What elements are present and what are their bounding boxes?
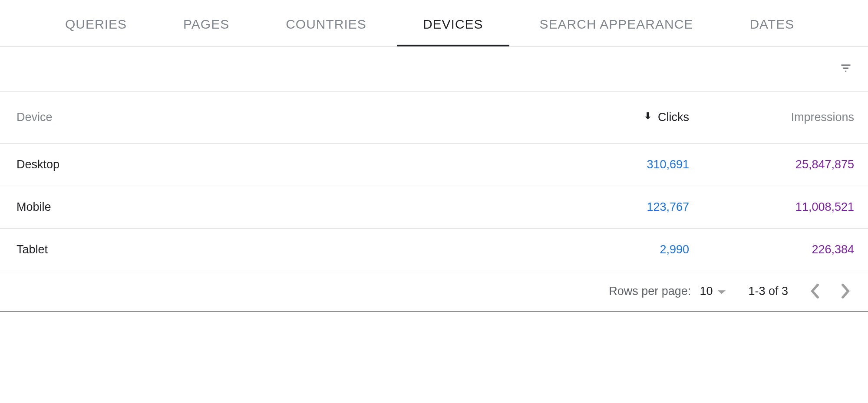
table-row[interactable]: Mobile123,76711,008,521 — [0, 186, 868, 229]
prev-page-button[interactable] — [810, 283, 819, 299]
cell-device: Desktop — [17, 158, 554, 171]
pagination-bar: Rows per page: 10 1-3 of 3 — [0, 271, 868, 311]
cell-clicks: 2,990 — [554, 243, 689, 256]
column-header-device[interactable]: Device — [17, 111, 554, 124]
cell-device: Mobile — [17, 200, 554, 214]
next-page-button[interactable] — [841, 283, 851, 299]
tab-countries[interactable]: COUNTRIES — [286, 17, 366, 46]
column-header-clicks-label: Clicks — [658, 111, 689, 124]
column-header-clicks[interactable]: Clicks — [554, 110, 689, 125]
column-header-impressions-label: Impressions — [791, 111, 854, 124]
dimension-tabs: QUERIES PAGES COUNTRIES DEVICES SEARCH A… — [0, 0, 868, 47]
filter-bar — [0, 47, 868, 92]
filter-icon[interactable] — [838, 62, 853, 76]
table-row[interactable]: Tablet2,990226,384 — [0, 229, 868, 271]
rows-per-page-label: Rows per page: — [609, 285, 691, 298]
cell-impressions: 11,008,521 — [689, 200, 854, 214]
table-row[interactable]: Desktop310,69125,847,875 — [0, 144, 868, 186]
column-header-device-label: Device — [17, 111, 53, 124]
rows-per-page-select[interactable]: 10 — [700, 285, 726, 298]
tab-dates[interactable]: DATES — [749, 17, 794, 46]
tab-search-appearance[interactable]: SEARCH APPEARANCE — [540, 17, 693, 46]
page-range: 1-3 of 3 — [748, 285, 788, 298]
cell-impressions: 25,847,875 — [689, 158, 854, 171]
tab-devices[interactable]: DEVICES — [423, 17, 483, 46]
cell-clicks: 123,767 — [554, 200, 689, 214]
column-header-impressions[interactable]: Impressions — [689, 111, 854, 124]
devices-table: Device Clicks Impressions Desktop310,691… — [0, 92, 868, 271]
rows-per-page-value: 10 — [700, 285, 713, 298]
performance-table-panel: QUERIES PAGES COUNTRIES DEVICES SEARCH A… — [0, 0, 868, 311]
cell-impressions: 226,384 — [689, 243, 854, 256]
tab-pages[interactable]: PAGES — [183, 17, 229, 46]
cell-clicks: 310,691 — [554, 158, 689, 171]
rows-per-page: Rows per page: 10 — [609, 285, 726, 298]
cell-device: Tablet — [17, 243, 554, 256]
table-header: Device Clicks Impressions — [0, 92, 868, 144]
tab-queries[interactable]: QUERIES — [65, 17, 127, 46]
dropdown-icon — [717, 285, 726, 298]
sort-desc-icon — [643, 110, 653, 125]
table-body: Desktop310,69125,847,875Mobile123,76711,… — [0, 144, 868, 271]
